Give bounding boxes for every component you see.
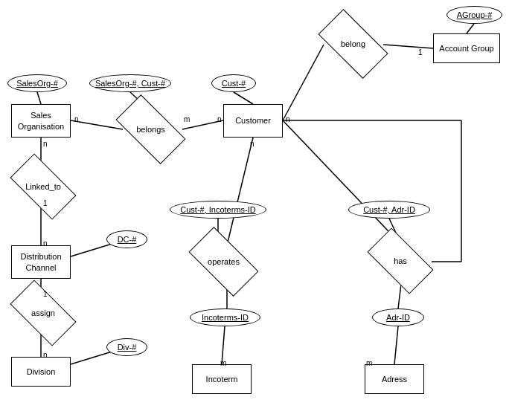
operates-label: operates	[208, 257, 240, 266]
belongs-relationship: belongs	[119, 112, 182, 147]
operates-relationship: operates	[192, 244, 255, 280]
cardinality-n-dist: n	[43, 239, 48, 248]
er-diagram: AGroup-# Account Group Cust-# SalesOrg-#…	[0, 0, 509, 420]
sales-org-label: SalesOrganisation	[18, 110, 64, 132]
cardinality-n-2: n	[217, 115, 222, 123]
cust-pk-attribute: Cust-#	[211, 74, 256, 92]
incoterms-pk-label: Incoterms-ID	[202, 312, 249, 323]
belong-label: belong	[341, 39, 365, 48]
salesorg-pk-attribute: SalesOrg-#	[7, 74, 67, 92]
div-pk-attribute: Div-#	[106, 338, 147, 356]
assign-relationship: assign	[13, 296, 73, 330]
incoterm-entity: Incoterm	[192, 364, 252, 394]
customer-entity: Customer	[223, 104, 283, 138]
svg-line-14	[227, 138, 253, 245]
svg-line-2	[283, 45, 324, 120]
cust-pk-label: Cust-#	[222, 78, 246, 88]
adress-entity: Adress	[365, 364, 424, 394]
adr-pk-label: Adr-ID	[386, 312, 410, 323]
cardinality-1-belong: 1	[418, 48, 423, 56]
svg-line-21	[394, 326, 398, 364]
cardinality-n-salesorg: n	[43, 140, 48, 148]
cardinality-1-assign: 1	[43, 290, 48, 298]
cardinality-m-incoterm: m	[220, 359, 226, 367]
account-group-label: Account Group	[439, 43, 493, 54]
incoterms-pk-attribute: Incoterms-ID	[190, 308, 260, 326]
cust-adr-pk-label: Cust-#, Adr-ID	[363, 204, 415, 215]
svg-line-18	[283, 120, 402, 245]
dc-pk-attribute: DC-#	[106, 230, 147, 248]
svg-line-3	[234, 92, 253, 104]
division-entity: Division	[11, 357, 71, 387]
cardinality-n-customer-op: n	[250, 140, 254, 148]
adr-pk-attribute: Adr-ID	[372, 308, 424, 326]
cardinality-n-div: n	[43, 351, 48, 359]
salesorg-cust-pk-attribute: SalesOrg-#, Cust-#	[89, 74, 171, 92]
agroup-pk-attribute: AGroup-#	[446, 6, 502, 24]
assign-label: assign	[31, 308, 55, 317]
svg-line-0	[467, 24, 474, 33]
cardinality-n-1: n	[74, 115, 79, 123]
incoterm-label: Incoterm	[206, 374, 238, 384]
salesorg-cust-pk-label: SalesOrg-#, Cust-#	[95, 78, 165, 88]
distribution-channel-entity: DistributionChannel	[11, 245, 71, 279]
customer-label: Customer	[235, 115, 271, 126]
cardinality-m-1: m	[184, 115, 190, 123]
sales-organisation-entity: SalesOrganisation	[11, 104, 71, 138]
agroup-pk-label: AGroup-#	[457, 10, 493, 20]
svg-line-4	[37, 92, 41, 104]
cust-incoterms-pk-attribute: Cust-#, Incoterms-ID	[170, 201, 266, 219]
salesorg-pk-label: SalesOrg-#	[16, 78, 58, 88]
cardinality-1-linked: 1	[43, 199, 48, 207]
cust-adr-pk-attribute: Cust-#, Adr-ID	[348, 201, 430, 219]
cardinality-n-3: n	[286, 115, 290, 123]
div-pk-label: Div-#	[118, 342, 137, 352]
has-relationship: has	[371, 244, 430, 278]
adress-label: Adress	[382, 374, 407, 384]
dist-channel-label: DistributionChannel	[20, 251, 61, 273]
cardinality-m-adress: m	[366, 359, 372, 367]
division-label: Division	[27, 366, 56, 377]
account-group-entity: Account Group	[433, 33, 500, 63]
has-label: has	[394, 256, 407, 265]
svg-line-1	[383, 45, 433, 48]
dc-pk-label: DC-#	[118, 234, 137, 245]
cust-incoterms-pk-label: Cust-#, Incoterms-ID	[180, 204, 255, 215]
belong-relationship: belong	[321, 26, 385, 62]
linked-to-label: Linked_to	[25, 182, 61, 191]
belongs-label: belongs	[136, 125, 165, 134]
